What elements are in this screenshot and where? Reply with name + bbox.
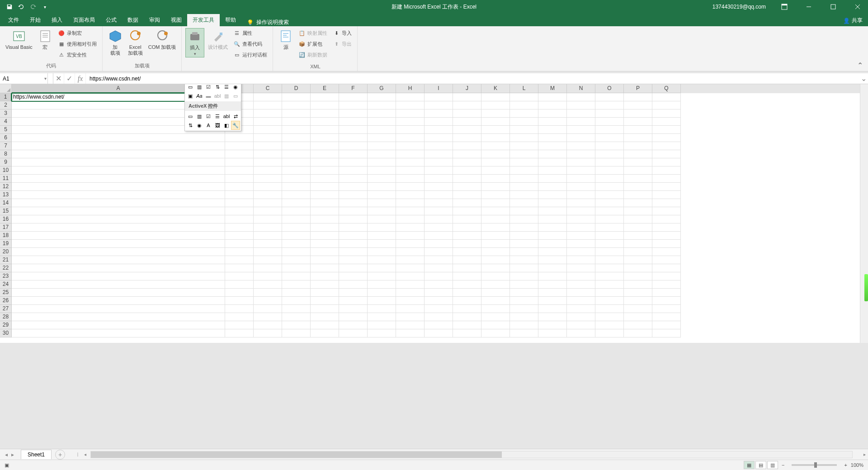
tab-视图[interactable]: 视图 (165, 14, 187, 26)
cell-F28[interactable] (339, 313, 368, 321)
cell-J6[interactable] (453, 134, 481, 142)
name-box-dropdown-icon[interactable]: ▾ (44, 76, 47, 81)
cell-Q3[interactable] (652, 109, 681, 118)
cell-I4[interactable] (425, 118, 453, 126)
macros-button[interactable]: 宏 (36, 28, 54, 51)
view-code-button[interactable]: 🔍查看代码 (231, 39, 269, 49)
cell-J17[interactable] (453, 223, 481, 232)
cell-J10[interactable] (453, 166, 481, 175)
cell-N24[interactable] (567, 280, 595, 289)
ax-label-icon[interactable]: A (204, 121, 213, 130)
cell-L9[interactable] (510, 158, 538, 166)
cell-D11[interactable] (282, 175, 311, 183)
cell-H20[interactable] (396, 248, 425, 256)
cell-M12[interactable] (538, 183, 567, 191)
cell-C10[interactable] (254, 166, 282, 175)
row-header-2[interactable]: 2 (0, 101, 12, 109)
cell-I22[interactable] (425, 264, 453, 272)
cell-D3[interactable] (282, 109, 311, 118)
cell-O16[interactable] (595, 215, 624, 223)
cell-N10[interactable] (567, 166, 595, 175)
horizontal-scrollbar[interactable] (90, 451, 853, 458)
enter-formula-icon[interactable]: ✓ (64, 73, 75, 84)
cell-G4[interactable] (368, 118, 396, 126)
cell-G19[interactable] (368, 240, 396, 248)
cell-L5[interactable] (510, 126, 538, 134)
cell-C14[interactable] (254, 199, 282, 207)
cell-K27[interactable] (481, 305, 510, 313)
cell-G14[interactable] (368, 199, 396, 207)
cell-D15[interactable] (282, 207, 311, 215)
record-macro-button[interactable]: 🔴录制宏 (56, 28, 99, 38)
cell-P3[interactable] (624, 109, 652, 118)
cell-M28[interactable] (538, 313, 567, 321)
qat-customize-icon[interactable]: ▾ (40, 2, 50, 12)
cell-E10[interactable] (311, 166, 339, 175)
cell-C5[interactable] (254, 126, 282, 134)
cell-J5[interactable] (453, 126, 481, 134)
cell-O30[interactable] (595, 329, 624, 337)
ax-combo-icon[interactable]: ▥ (195, 112, 204, 121)
cell-E29[interactable] (311, 321, 339, 329)
cell-M18[interactable] (538, 232, 567, 240)
cell-E14[interactable] (311, 199, 339, 207)
name-box[interactable]: A1 ▾ (0, 73, 48, 84)
cell-J23[interactable] (453, 272, 481, 280)
cell-I17[interactable] (425, 223, 453, 232)
cell-D18[interactable] (282, 232, 311, 240)
cell-F9[interactable] (339, 158, 368, 166)
cell-B20[interactable] (225, 248, 254, 256)
cell-C26[interactable] (254, 297, 282, 305)
cell-E30[interactable] (311, 329, 339, 337)
cell-F5[interactable] (339, 126, 368, 134)
cell-I6[interactable] (425, 134, 453, 142)
cell-A6[interactable] (12, 134, 225, 142)
cell-L13[interactable] (510, 191, 538, 199)
ax-button-icon[interactable]: ▭ (186, 112, 195, 121)
cell-L23[interactable] (510, 272, 538, 280)
cell-C24[interactable] (254, 280, 282, 289)
cell-L20[interactable] (510, 248, 538, 256)
cell-L1[interactable] (510, 93, 538, 101)
cell-J27[interactable] (453, 305, 481, 313)
cell-J21[interactable] (453, 256, 481, 264)
cell-N1[interactable] (567, 93, 595, 101)
col-header-Q[interactable]: Q (652, 84, 681, 93)
cell-P5[interactable] (624, 126, 652, 134)
cell-J28[interactable] (453, 313, 481, 321)
cell-N3[interactable] (567, 109, 595, 118)
cell-C19[interactable] (254, 240, 282, 248)
cell-H10[interactable] (396, 166, 425, 175)
ax-more-controls-icon[interactable]: 🔧 (231, 121, 240, 130)
cell-K5[interactable] (481, 126, 510, 134)
cell-G13[interactable] (368, 191, 396, 199)
maximize-icon[interactable] (823, 0, 844, 14)
cell-F24[interactable] (339, 280, 368, 289)
cell-B28[interactable] (225, 313, 254, 321)
cell-M10[interactable] (538, 166, 567, 175)
tab-开始[interactable]: 开始 (24, 14, 46, 26)
cell-L25[interactable] (510, 289, 538, 297)
row-header-8[interactable]: 8 (0, 150, 12, 158)
row-header-18[interactable]: 18 (0, 232, 12, 240)
cell-I1[interactable] (425, 93, 453, 101)
cell-F15[interactable] (339, 207, 368, 215)
zoom-level[interactable]: 100% (851, 462, 863, 468)
cancel-formula-icon[interactable]: ✕ (53, 73, 64, 84)
account-name[interactable]: 1374430219@qq.com (712, 4, 766, 10)
cell-J7[interactable] (453, 142, 481, 150)
cell-P7[interactable] (624, 142, 652, 150)
cell-C9[interactable] (254, 158, 282, 166)
cell-H3[interactable] (396, 109, 425, 118)
cell-P12[interactable] (624, 183, 652, 191)
cell-F12[interactable] (339, 183, 368, 191)
cell-D29[interactable] (282, 321, 311, 329)
cell-G7[interactable] (368, 142, 396, 150)
cell-C28[interactable] (254, 313, 282, 321)
hscroll-split-icon[interactable]: ⁞ (74, 451, 81, 458)
cell-J15[interactable] (453, 207, 481, 215)
cell-O13[interactable] (595, 191, 624, 199)
cell-E21[interactable] (311, 256, 339, 264)
cell-G8[interactable] (368, 150, 396, 158)
cell-F16[interactable] (339, 215, 368, 223)
